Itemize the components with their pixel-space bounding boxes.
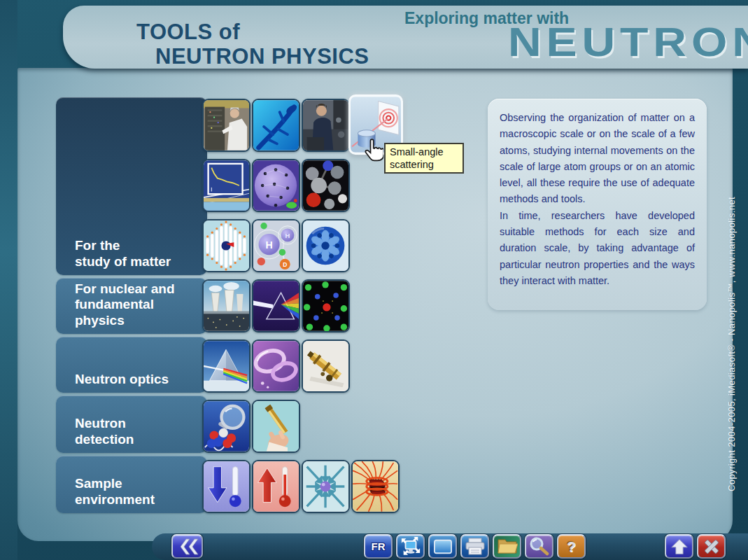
category-label: Neutron optics — [75, 372, 169, 387]
nucleus-magnifier-thumbnail[interactable] — [202, 400, 250, 453]
screen-icon — [432, 538, 453, 556]
header-panel: TOOLS of NEUTRON PHYSICS Exploring matte… — [63, 6, 748, 69]
neutron-prism-thumbnail[interactable] — [202, 340, 250, 393]
neutron-wave-packet-thumbnail[interactable] — [202, 219, 250, 272]
back-button[interactable] — [171, 534, 203, 559]
monitor-arrows-icon — [400, 537, 421, 556]
search-button[interactable] — [525, 534, 553, 559]
x-icon — [702, 538, 721, 556]
help-label: ? — [567, 538, 576, 555]
category-sampleenvironment[interactable]: Sampleenvironment — [56, 456, 207, 513]
home-button[interactable] — [665, 534, 693, 559]
category-label: For nuclear andfundamental physics — [75, 281, 203, 328]
intensity-graph-thumbnail[interactable] — [202, 159, 250, 212]
glass-rings-thumbnail[interactable] — [252, 340, 300, 393]
up-arrow-icon — [670, 538, 689, 556]
language-label: FR — [372, 540, 386, 552]
exit-button[interactable] — [697, 534, 726, 559]
brass-telescope-thumbnail[interactable] — [302, 340, 350, 393]
crystal-sphere-thumbnail[interactable] — [252, 159, 300, 212]
nuclear-plant-thumbnail[interactable] — [202, 279, 250, 332]
hand-cursor-icon — [362, 138, 383, 160]
researcher-at-instrument-thumbnail[interactable] — [302, 99, 350, 152]
left-edge-strip — [0, 0, 17, 560]
files-button[interactable] — [493, 534, 521, 559]
fullscreen-button[interactable] — [396, 534, 425, 559]
category-for-nuclear-andfundamental-physics[interactable]: For nuclear andfundamental physics — [56, 278, 207, 334]
folder-icon — [497, 538, 518, 555]
page-title-line2: NEUTRON PHYSICS — [155, 44, 369, 69]
category-label: Sampleenvironment — [75, 476, 155, 507]
blue-diffraction-pattern-thumbnail[interactable] — [252, 99, 300, 152]
magnifier-icon — [529, 537, 549, 556]
description-panel: Observing the organization of matter on … — [488, 99, 707, 310]
language-button[interactable]: FR — [364, 534, 393, 559]
description-paragraph: Observing the organization of matter on … — [500, 110, 695, 208]
category-for-thestudy-of-matter[interactable]: For thestudy of matter — [56, 97, 207, 275]
page-title-line1: TOOLS of — [136, 20, 240, 45]
svg-text:D: D — [283, 261, 287, 268]
svg-text:H: H — [285, 232, 290, 239]
hydrogen-molecules-thumbnail[interactable]: HHD — [252, 219, 300, 272]
low-temperature-thumbnail[interactable] — [202, 460, 250, 513]
category-neutron-optics[interactable]: Neutron optics — [56, 337, 207, 393]
magnetic-field-thumbnail[interactable] — [351, 460, 400, 513]
printer-icon — [465, 538, 486, 556]
display-button[interactable] — [428, 534, 457, 559]
prism-spectrum-thumbnail[interactable] — [252, 279, 300, 332]
pressure-thumbnail[interactable] — [302, 460, 350, 513]
kaleidoscope-pattern-thumbnail[interactable] — [302, 219, 350, 272]
high-temperature-thumbnail[interactable] — [252, 460, 300, 513]
detector-tube-thumbnail[interactable] — [252, 400, 300, 453]
copyright-text: Copyright 2004-2005, iMediasoft® - Nanop… — [726, 197, 737, 491]
category-label: Neutrondetection — [75, 416, 134, 447]
category-label: For thestudy of matter — [75, 238, 171, 270]
brand-title: NEUTRONS — [508, 18, 748, 65]
category-neutrondetection[interactable]: Neutrondetection — [56, 396, 207, 453]
scientist-control-room-thumbnail[interactable] — [202, 99, 250, 152]
print-button[interactable] — [460, 534, 489, 559]
double-chevron-left-icon — [176, 538, 199, 556]
svg-text:H: H — [266, 239, 273, 251]
help-button[interactable]: ? — [557, 534, 586, 559]
description-paragraph: In time, researchers have developed suit… — [500, 208, 695, 289]
tooltip: Small-angle scattering — [384, 143, 464, 174]
crystal-lattice-thumbnail[interactable] — [302, 279, 350, 332]
molecule-model-thumbnail[interactable] — [302, 159, 350, 212]
